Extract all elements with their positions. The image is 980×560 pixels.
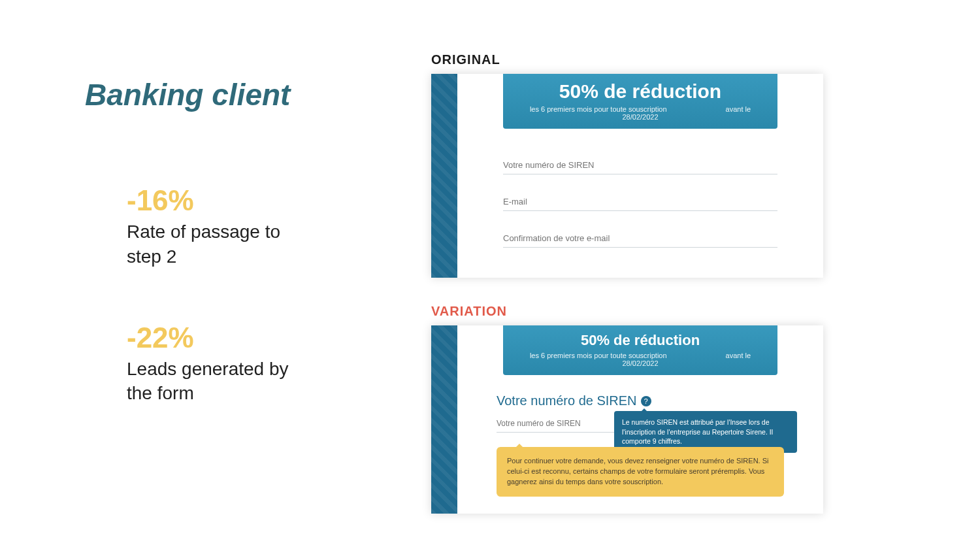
form-original [457, 129, 823, 278]
stats-column: Banking client -16% Rate of passage to s… [85, 77, 359, 458]
siren-heading: Votre numéro de SIREN ? [497, 393, 823, 408]
label-original: ORIGINAL [431, 52, 836, 67]
email-input[interactable] [503, 191, 777, 211]
siren-field-row: Le numéro SIREN est attribué par l'Insee… [497, 415, 784, 433]
promo-title: 50% de réduction [512, 332, 768, 349]
siren-input[interactable] [497, 415, 627, 433]
promo-banner: 50% de réduction les 6 premiers mois pou… [503, 74, 777, 129]
stat-desc: Rate of passage to step 2 [127, 220, 297, 269]
promo-subtitle: les 6 premiers mois pour toute souscript… [512, 105, 768, 121]
mockups-column: ORIGINAL 50% de réduction les 6 premiers… [431, 52, 836, 540]
email-confirm-input[interactable] [503, 228, 777, 248]
decorative-sidebar [431, 74, 457, 278]
stat-block-2: -22% Leads generated by the form [127, 321, 359, 406]
page-title: Banking client [85, 77, 359, 112]
stat-value: -22% [127, 321, 359, 354]
stat-desc: Leads generated by the form [127, 357, 297, 406]
mockup-variation: 50% de réduction les 6 premiers mois pou… [431, 325, 823, 514]
tooltip-yellow: Pour continuer votre demande, vous devez… [497, 447, 784, 497]
stat-value: -16% [127, 184, 359, 217]
stat-block-1: -16% Rate of passage to step 2 [127, 184, 359, 269]
promo-banner: 50% de réduction les 6 premiers mois pou… [503, 325, 777, 375]
decorative-sidebar [431, 325, 457, 514]
promo-title: 50% de réduction [512, 80, 768, 103]
label-variation: VARIATION [431, 304, 836, 319]
siren-input[interactable] [503, 155, 777, 174]
promo-subtitle: les 6 premiers mois pour toute souscript… [512, 352, 768, 367]
mockup-original: 50% de réduction les 6 premiers mois pou… [431, 74, 823, 278]
